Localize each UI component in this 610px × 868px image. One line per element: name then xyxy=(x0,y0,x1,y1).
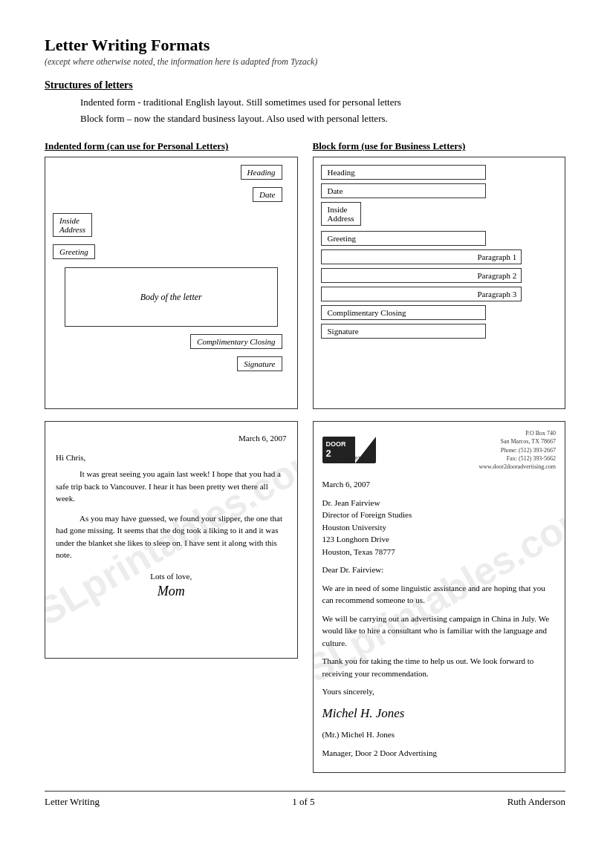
indented-col: Indented form (can use for Personal Lett… xyxy=(45,140,298,409)
indented-date-box: Date xyxy=(253,187,282,202)
page-subtitle: (except where otherwise noted, the infor… xyxy=(45,56,565,68)
indented-col-label: Indented form (can use for Personal Lett… xyxy=(45,140,298,152)
example-indented-box: FSLprintables.com March 6, 2007 Hi Chris… xyxy=(45,421,298,659)
logo-sub: ADVERTISING xyxy=(343,456,373,460)
block-example-body: March 6, 2007 Dr. Jean Fairview Director… xyxy=(322,478,557,759)
block-signature-box: Signature xyxy=(321,324,487,339)
block-example-greeting: Dear Dr. Fairview: xyxy=(322,564,557,576)
diagram-section: Indented form (can use for Personal Lett… xyxy=(45,140,565,409)
indented-inside-address-row: Inside Address xyxy=(53,213,290,241)
block-example-sig-name: (Mr.) Michel H. Jones xyxy=(322,728,557,741)
block-example-para2: We will be carrying out an advertising c… xyxy=(322,613,557,650)
footer-left: Letter Writing xyxy=(45,796,100,808)
block-inside-address-box: Inside Address xyxy=(321,202,361,226)
block-example-address-header: P.O Box 740 San Marcos, TX 78667 Phone: … xyxy=(479,429,556,471)
block-heading-row: Heading xyxy=(321,165,558,180)
page-title: Letter Writing Formats xyxy=(45,36,565,55)
block-p2-box: Paragraph 2 xyxy=(321,268,522,283)
block-closing-box: Complimentary Closing xyxy=(321,305,487,320)
footer-center: 1 of 5 xyxy=(292,796,314,808)
block-heading-box: Heading xyxy=(321,165,487,180)
block-example-para1: We are in need of some linguistic assist… xyxy=(322,582,557,607)
indented-heading-row: Heading xyxy=(53,165,282,183)
block-p1-row: Paragraph 1 xyxy=(321,249,558,264)
structures-heading: Structures of letters xyxy=(45,79,565,91)
block-example-sig-title: Manager, Door 2 Door Advertising xyxy=(322,747,557,760)
example-indented-date: March 6, 2007 xyxy=(56,434,287,443)
example-indented: FSLprintables.com March 6, 2007 Hi Chris… xyxy=(45,421,298,773)
block-example-sig-script: Michel H. Jones xyxy=(322,704,557,723)
structure-item-1: Indented form - traditional English layo… xyxy=(80,94,565,111)
indented-heading-box: Heading xyxy=(241,165,282,180)
addr-line-4: Fax: (512) 393-5662 xyxy=(479,454,556,463)
example-indented-para1: It was great seeing you again last week!… xyxy=(56,468,287,505)
block-greeting-box: Greeting xyxy=(321,231,487,246)
example-block: FSLprintables.com DOOR2 ADVERTISING P.O … xyxy=(313,421,566,773)
block-p3-box: Paragraph 3 xyxy=(321,287,522,301)
example-indented-closing: Lots of love, xyxy=(56,572,287,581)
indented-inside-address-box: Inside Address xyxy=(53,213,92,237)
block-closing-row: Complimentary Closing xyxy=(321,305,558,320)
example-indented-greeting: Hi Chris, xyxy=(56,453,287,462)
block-diagram: Heading Date Inside Address Greeting Par… xyxy=(313,157,566,409)
block-p1-box: Paragraph 1 xyxy=(321,249,522,264)
indented-signature-row: Signature xyxy=(53,356,282,375)
block-example-recipient: Dr. Jean Fairview Director of Foreign St… xyxy=(322,497,557,558)
example-indented-para2: As you may have guessed, we found your s… xyxy=(56,512,287,561)
block-col: Block form (use for Business Letters) He… xyxy=(313,140,566,409)
block-greeting-row: Greeting xyxy=(321,231,558,246)
structures-list: Indented form - traditional English layo… xyxy=(45,94,565,127)
block-example-closing: Yours sincerely, xyxy=(322,685,557,698)
footer-right: Ruth Anderson xyxy=(507,796,565,808)
addr-line-5: www.door2dooradvertising.com xyxy=(479,463,556,471)
indented-diagram: Heading Date Inside Address Greeting Bod… xyxy=(45,157,298,409)
block-p3-row: Paragraph 3 xyxy=(321,287,558,301)
page: Letter Writing Formats (except where oth… xyxy=(0,0,610,868)
indented-body-box: Body of the letter xyxy=(65,267,278,327)
example-block-box: FSLprintables.com DOOR2 ADVERTISING P.O … xyxy=(313,421,566,773)
example-indented-signature: Mom xyxy=(56,584,287,599)
block-signature-row: Signature xyxy=(321,324,558,339)
structure-item-2: Block form – now the standard business l… xyxy=(80,111,565,127)
block-date-box: Date xyxy=(321,183,487,198)
block-inside-address-row: Inside Address xyxy=(321,202,558,227)
block-p2-row: Paragraph 2 xyxy=(321,268,558,283)
example-letters-section: FSLprintables.com March 6, 2007 Hi Chris… xyxy=(45,421,565,773)
block-example-header: DOOR2 ADVERTISING P.O Box 740 San Marcos… xyxy=(322,429,557,471)
addr-line-1: P.O Box 740 xyxy=(479,429,556,437)
indented-date-row: Date xyxy=(53,187,282,206)
indented-closing-box: Complimentary Closing xyxy=(190,334,282,349)
block-logo-image: DOOR2 ADVERTISING xyxy=(322,437,376,463)
block-example-date: March 6, 2007 xyxy=(322,478,557,491)
block-logo-area: DOOR2 ADVERTISING xyxy=(322,429,376,471)
indented-closing-row: Complimentary Closing xyxy=(53,334,282,353)
block-col-label: Block form (use for Business Letters) xyxy=(313,140,566,152)
footer: Letter Writing 1 of 5 Ruth Anderson xyxy=(45,791,565,808)
block-example-para3: Thank you for taking the time to help us… xyxy=(322,655,557,679)
indented-greeting-box: Greeting xyxy=(53,244,95,259)
indented-greeting-row: Greeting xyxy=(53,244,290,263)
block-date-row: Date xyxy=(321,183,558,198)
indented-signature-box: Signature xyxy=(237,356,282,371)
addr-line-3: Phone: (512) 393-2667 xyxy=(479,446,556,454)
addr-line-2: San Marcos, TX 78667 xyxy=(479,437,556,446)
